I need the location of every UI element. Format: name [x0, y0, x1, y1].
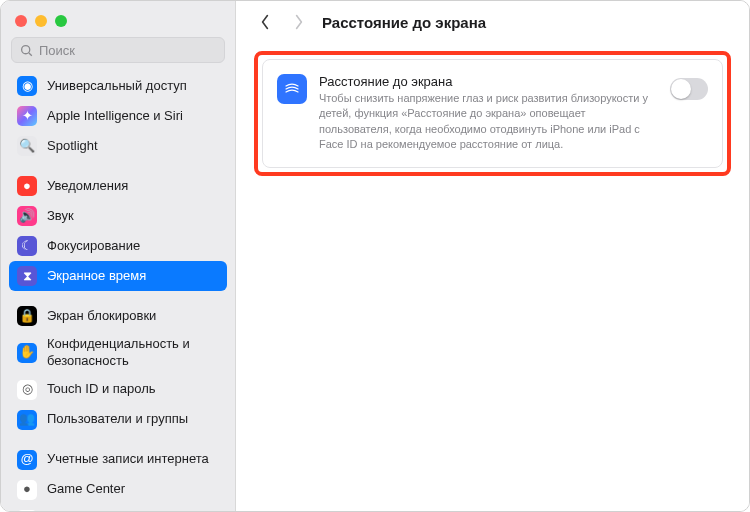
- sidebar-spacer: [9, 435, 227, 445]
- moon-icon: ☾: [17, 236, 37, 256]
- fingerprint-icon: ◎: [17, 380, 37, 400]
- sidebar-item-label: Game Center: [47, 481, 219, 498]
- sidebar-spacer: [9, 161, 227, 171]
- window-controls: [1, 1, 235, 37]
- at-icon: @: [17, 450, 37, 470]
- sidebar-item-label: Фокусирование: [47, 238, 219, 255]
- bell-icon: ●: [17, 176, 37, 196]
- sidebar-item[interactable]: ⧗Экранное время: [9, 261, 227, 291]
- gamecenter-icon: ●: [17, 480, 37, 500]
- hand-icon: ✋: [17, 343, 37, 363]
- person-circle-icon: ◉: [17, 76, 37, 96]
- search-input[interactable]: [39, 43, 216, 58]
- content-area: Расстояние до экрана Чтобы снизить напря…: [236, 41, 749, 186]
- minimize-button[interactable]: [35, 15, 47, 27]
- highlighted-region: Расстояние до экрана Чтобы снизить напря…: [254, 51, 731, 176]
- sidebar-item-label: Звук: [47, 208, 219, 225]
- sidebar-item[interactable]: @Учетные записи интернета: [9, 445, 227, 475]
- zoom-button[interactable]: [55, 15, 67, 27]
- sidebar-item-label: Универсальный доступ: [47, 78, 219, 95]
- search-row: [1, 37, 235, 71]
- sidebar-item[interactable]: ☾Фокусирование: [9, 231, 227, 261]
- toolbar: Расстояние до экрана: [236, 1, 749, 41]
- main-panel: Расстояние до экрана Расстояние до экран…: [236, 1, 749, 511]
- sidebar-item-label: Учетные записи интернета: [47, 451, 219, 468]
- screen-distance-toggle[interactable]: [670, 78, 708, 100]
- sidebar-item-label: Экран блокировки: [47, 308, 219, 325]
- sidebar-item[interactable]: ✋Конфиденциальность и безопасность: [9, 331, 227, 375]
- sidebar-item-label: Конфиденциальность и безопасность: [47, 336, 219, 370]
- sidebar-item[interactable]: ●Game Center: [9, 475, 227, 505]
- sidebar-item[interactable]: ◉Универсальный доступ: [9, 71, 227, 101]
- sparkle-icon: ✦: [17, 106, 37, 126]
- card-description: Чтобы снизить напряжение глаз и риск раз…: [319, 91, 658, 153]
- search-field-wrap[interactable]: [11, 37, 225, 63]
- sidebar-item[interactable]: 👥Пользователи и группы: [9, 405, 227, 435]
- svg-line-1: [29, 52, 32, 55]
- close-button[interactable]: [15, 15, 27, 27]
- screen-distance-card: Расстояние до экрана Чтобы снизить напря…: [262, 59, 723, 168]
- search-icon: [20, 43, 33, 57]
- sidebar-list[interactable]: ◉Универсальный доступ✦Apple Intelligence…: [1, 71, 235, 511]
- sidebar-item[interactable]: ✦Apple Intelligence и Siri: [9, 101, 227, 131]
- sidebar-item-label: Уведомления: [47, 178, 219, 195]
- sidebar-item-label: Touch ID и пароль: [47, 381, 219, 398]
- users-icon: 👥: [17, 410, 37, 430]
- card-body: Расстояние до экрана Чтобы снизить напря…: [319, 74, 658, 153]
- sidebar-item[interactable]: ◎Touch ID и пароль: [9, 375, 227, 405]
- sidebar-item-label: Apple Intelligence и Siri: [47, 108, 219, 125]
- hourglass-icon: ⧗: [17, 266, 37, 286]
- forward-button[interactable]: [288, 11, 310, 33]
- sidebar-spacer: [9, 291, 227, 301]
- page-title: Расстояние до экрана: [322, 14, 486, 31]
- toggle-knob: [671, 79, 691, 99]
- sidebar: ◉Универсальный доступ✦Apple Intelligence…: [1, 1, 236, 511]
- sidebar-item-label: Spotlight: [47, 138, 219, 155]
- cloud-icon: ☁︎: [17, 510, 37, 511]
- settings-window: ◉Универсальный доступ✦Apple Intelligence…: [0, 0, 750, 512]
- sidebar-item-label: Пользователи и группы: [47, 411, 219, 428]
- card-title: Расстояние до экрана: [319, 74, 658, 89]
- back-button[interactable]: [254, 11, 276, 33]
- sidebar-item[interactable]: 🔒Экран блокировки: [9, 301, 227, 331]
- screen-distance-icon: [277, 74, 307, 104]
- svg-point-0: [22, 45, 30, 53]
- magnify-icon: 🔍: [17, 136, 37, 156]
- sidebar-item[interactable]: 🔍Spotlight: [9, 131, 227, 161]
- lock-icon: 🔒: [17, 306, 37, 326]
- speaker-icon: 🔊: [17, 206, 37, 226]
- sidebar-item-label: Экранное время: [47, 268, 219, 285]
- sidebar-item[interactable]: 🔊Звук: [9, 201, 227, 231]
- sidebar-item[interactable]: ☁︎iCloud: [9, 505, 227, 511]
- sidebar-item[interactable]: ●Уведомления: [9, 171, 227, 201]
